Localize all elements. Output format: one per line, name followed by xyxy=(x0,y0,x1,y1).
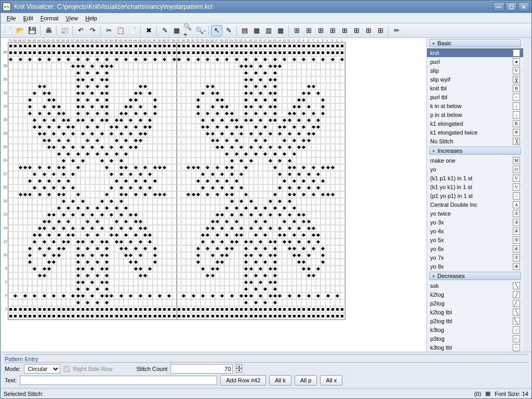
stitch-p2tog-tbl[interactable]: p2tog tbl╲. xyxy=(427,316,523,325)
grid7-icon[interactable]: ⊞ xyxy=(315,25,326,36)
all-k-button[interactable]: All k xyxy=(269,375,291,385)
menu-format[interactable]: Format xyxy=(37,15,62,22)
stitch-palette: Basicknitpurl●slipVslip wyifV̲knit tblBp… xyxy=(427,38,523,352)
chart-grid[interactable] xyxy=(8,42,345,320)
stitch-knit[interactable]: knit xyxy=(427,48,523,57)
stitch-k3tog[interactable]: k3tog⟋ xyxy=(427,325,523,334)
stitch-knit-tbl[interactable]: knit tblB xyxy=(427,84,523,92)
grid11-icon[interactable]: ⊞ xyxy=(363,25,374,36)
section-decreases[interactable]: Decreases xyxy=(429,272,521,280)
stitch-k1-elongated-twice[interactable]: k1 elongated twice✕ xyxy=(427,128,523,137)
menu-view[interactable]: View xyxy=(63,15,82,22)
select-icon[interactable]: ↖ xyxy=(211,25,222,36)
undo-icon[interactable]: ↶ xyxy=(75,25,86,36)
stitch-label: k in st below xyxy=(430,103,513,109)
open-icon[interactable]: 📂 xyxy=(15,25,26,36)
grid5-icon[interactable]: ⊞ xyxy=(291,25,302,36)
align-right-icon[interactable]: ▥ xyxy=(263,25,274,36)
add-row-button[interactable]: Add Row #42 xyxy=(220,375,266,385)
copy-icon[interactable]: 📋 xyxy=(115,25,126,36)
stitch-label: k2tog tbl xyxy=(430,309,513,315)
stitch-yo-8x[interactable]: yo 8x⑧ xyxy=(427,262,523,271)
zoom-in-icon[interactable]: 🔍+ xyxy=(183,25,194,36)
stitch-make-one[interactable]: make oneM xyxy=(427,156,523,165)
section-basic[interactable]: Basic xyxy=(429,39,521,47)
stitch-purl-tbl[interactable]: purl tbl~ xyxy=(427,92,523,101)
draw-icon[interactable]: ✏ xyxy=(391,25,402,36)
stitch-yo-6x[interactable]: yo 6x⑥ xyxy=(427,244,523,253)
grid8-icon[interactable]: ⊞ xyxy=(327,25,338,36)
minimize-button[interactable]: — xyxy=(493,2,504,11)
grid9-icon[interactable]: ⊞ xyxy=(339,25,350,36)
stitch-k-in-st-below[interactable]: k in st below↓ xyxy=(427,101,523,110)
stitch-yo-twice[interactable]: yo twice② xyxy=(427,209,523,218)
stitch-label: (p1 yo p1) in 1 st xyxy=(430,193,513,199)
save-icon[interactable]: 💾 xyxy=(26,25,38,36)
stitch-label: No Stitch xyxy=(430,138,513,144)
stitch-symbol: ↓ xyxy=(513,111,520,118)
stitch-k3tog-tbl[interactable]: k3tog tbl⟍ xyxy=(427,343,523,352)
stitch-yo-5x[interactable]: yo 5x⑤ xyxy=(427,235,523,244)
stitch-(k1-yo-k1)-in-1-st[interactable]: (k1 yo k1) in 1 stV xyxy=(427,182,523,191)
section-increases[interactable]: Increases xyxy=(429,147,521,155)
fill-icon[interactable]: ▦ xyxy=(171,25,182,36)
stitch-p-in-st-below[interactable]: p in st below↓ xyxy=(427,110,523,119)
stitch-symbol: ② xyxy=(513,210,520,217)
stitch-symbol: ③ xyxy=(513,219,520,226)
menu-file[interactable]: File xyxy=(4,15,19,22)
delete-icon[interactable]: ✖ xyxy=(143,25,154,36)
stitch-(p1-yo-p1)-in-1-st[interactable]: (p1 yo p1) in 1 st∴ xyxy=(427,191,523,200)
palette-scrollbar[interactable] xyxy=(523,38,531,352)
page-setup-icon[interactable]: 📰 xyxy=(59,25,70,36)
paste-icon[interactable]: 📄 xyxy=(127,25,138,36)
close-button[interactable]: ✕ xyxy=(518,2,529,11)
stitch-yo-3x[interactable]: yo 3x③ xyxy=(427,218,523,227)
stitch-(k1-p1-k1)-in-1-st[interactable]: (k1 p1 k1) in 1 stV xyxy=(427,174,523,182)
stitch-symbol: ④ xyxy=(513,228,520,235)
all-p-button[interactable]: All p xyxy=(295,375,317,385)
stitch-k1-elongated[interactable]: k1 elongatedϭ xyxy=(427,119,523,128)
cut-icon[interactable]: ✂ xyxy=(103,25,114,36)
all-x-button[interactable]: All x xyxy=(320,375,342,385)
new-icon[interactable]: 📄 xyxy=(3,25,14,36)
align-center-icon[interactable]: ▦ xyxy=(251,25,262,36)
stitch-label: (k1 p1 k1) in 1 st xyxy=(430,175,513,181)
stitch-p2tog[interactable]: p2tog╱. xyxy=(427,299,523,308)
stitch-slip[interactable]: slipV xyxy=(427,66,523,75)
zoom-out-icon[interactable]: 🔍- xyxy=(195,25,206,36)
stitch-yo-4x[interactable]: yo 4x④ xyxy=(427,227,523,235)
stitch-ssk[interactable]: ssk╲ xyxy=(427,281,523,290)
stitch-slip-wyif[interactable]: slip wyifV̲ xyxy=(427,75,523,84)
stitch-count-up[interactable]: ▲ xyxy=(236,364,242,368)
stitch-symbol: ∴ xyxy=(513,192,520,200)
stitch-symbol: M xyxy=(513,157,520,164)
menu-edit[interactable]: Edit xyxy=(20,15,36,22)
stitch-count-down[interactable]: ▼ xyxy=(236,368,242,373)
stitch-k2tog-tbl[interactable]: k2tog tbl╲ xyxy=(427,308,523,316)
grid12-icon[interactable]: ⊞ xyxy=(375,25,386,36)
pencil-icon[interactable]: ✎ xyxy=(159,25,170,36)
stitch-label: yo 6x xyxy=(430,246,513,252)
stitch-central-double-inc[interactable]: Central Double Inc∧ xyxy=(427,200,523,209)
chart-area[interactable]: 7069686766656463626160595857565554535251… xyxy=(1,38,427,352)
stitch-count-input[interactable] xyxy=(170,364,233,374)
maximize-button[interactable]: ☐ xyxy=(506,2,517,11)
stitch-purl[interactable]: purl● xyxy=(427,57,523,66)
stitch-p3tog[interactable]: p3tog⟋. xyxy=(427,334,523,343)
stitch-yo-7x[interactable]: yo 7x⑦ xyxy=(427,253,523,262)
grid10-icon[interactable]: ⊞ xyxy=(351,25,362,36)
menu-help[interactable]: Help xyxy=(82,15,100,22)
align-left-icon[interactable]: ▤ xyxy=(239,25,250,36)
stitch-no-stitch[interactable]: No Stitch╳ xyxy=(427,137,523,145)
mode-select[interactable]: CircularFlat xyxy=(24,364,60,374)
stitch-label: yo 3x xyxy=(430,219,513,225)
stitch-k2tog[interactable]: k2tog╱ xyxy=(427,290,523,299)
grid6-icon[interactable]: ⊞ xyxy=(303,25,314,36)
grid4-icon[interactable]: ▦ xyxy=(275,25,286,36)
stitch-yo[interactable]: yoO xyxy=(427,165,523,174)
redo-icon[interactable]: ↷ xyxy=(87,25,98,36)
highlight-icon[interactable]: ✎ xyxy=(223,25,234,36)
stitch-label: p in st below xyxy=(430,112,513,118)
print-icon[interactable]: 🖶 xyxy=(43,25,54,36)
pattern-text-input[interactable] xyxy=(20,376,217,385)
